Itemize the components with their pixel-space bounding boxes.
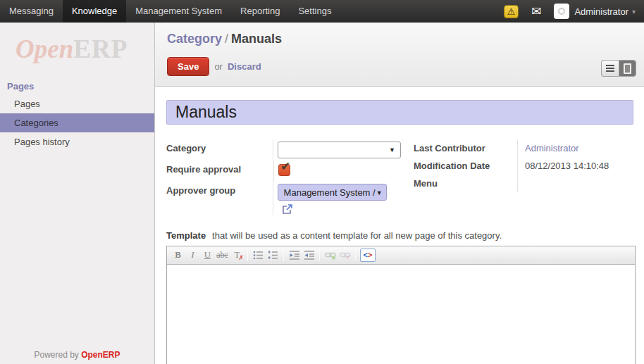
last-contributor-value[interactable]: Administrator	[525, 143, 579, 153]
approver-group-label: Approver group	[166, 182, 273, 215]
menu-reporting[interactable]: Reporting	[231, 0, 289, 23]
logo-erp-text: ERP	[73, 34, 128, 63]
camera-icon	[558, 8, 565, 15]
list-view-button[interactable]	[601, 60, 619, 77]
sidebar: OpenERP Pages Pages Categories Pages his…	[0, 23, 155, 364]
breadcrumb-separator: /	[222, 32, 231, 46]
field-row-last-contributor: Last Contributor Administrator	[414, 139, 643, 157]
require-approval-label: Require approval	[166, 161, 274, 182]
sidebar-item-categories[interactable]: Categories	[0, 113, 154, 132]
toolbar-separator	[319, 249, 320, 261]
form-body: Category ▼ Require approval ✔	[155, 87, 644, 364]
powered-by: Powered by OpenERP	[0, 350, 154, 360]
form-left-column: Category ▼ Require approval ✔	[166, 139, 401, 215]
toolbar-separator	[247, 249, 248, 261]
category-label: Category	[166, 139, 273, 161]
field-row-modification-date: Modification Date 08/12/2013 14:10:48	[414, 157, 643, 175]
underline-button[interactable]: U	[200, 248, 215, 262]
powered-by-brand[interactable]: OpenERP	[81, 350, 120, 360]
numbered-list-icon	[268, 250, 278, 260]
approver-group-value: Management System / ▼	[273, 182, 401, 215]
sidebar-item-pages[interactable]: Pages	[0, 94, 154, 113]
indent-icon	[304, 250, 315, 260]
source-code-button[interactable]: <>	[360, 249, 376, 262]
select-caret-icon: ▼	[376, 189, 383, 196]
breadcrumb: Category/Manuals	[167, 32, 644, 46]
last-contributor-label: Last Contributor	[414, 139, 518, 157]
strikethrough-button[interactable]: abc	[215, 248, 230, 262]
remove-format-button[interactable]: T✗	[230, 248, 244, 262]
top-navigation-bar: Messaging Knowledge Management System Re…	[0, 0, 644, 23]
outdent-button[interactable]	[287, 248, 302, 262]
insert-link-button[interactable]	[323, 248, 338, 262]
or-label: or	[214, 61, 223, 72]
outdent-icon	[289, 250, 300, 260]
bold-button[interactable]: B	[171, 248, 185, 262]
sidebar-item-pages-history[interactable]: Pages history	[0, 132, 154, 151]
italic-button[interactable]: I	[185, 248, 200, 262]
avatar[interactable]	[554, 4, 569, 19]
chevron-down-icon: ▾	[632, 8, 636, 15]
require-approval-checkbox[interactable]: ✔	[278, 164, 290, 176]
menu-label: Menu	[414, 175, 518, 192]
editor-toolbar: B I U abc T✗ <>	[167, 246, 635, 265]
indent-button[interactable]	[302, 248, 316, 262]
menu-messaging[interactable]: Messaging	[0, 0, 63, 23]
toolbar-separator	[283, 249, 284, 261]
menu-value	[518, 175, 525, 192]
template-caption: Templatethat will be used as a content t…	[166, 230, 644, 241]
sidebar-section-pages: Pages	[7, 81, 154, 92]
warning-icon[interactable]: ⚠	[504, 5, 519, 18]
breadcrumb-current: Manuals	[231, 32, 282, 46]
menu-knowledge[interactable]: Knowledge	[63, 0, 126, 23]
content-header: Category/Manuals Save or Discard	[155, 23, 644, 87]
logo-open-text: Open	[16, 34, 73, 63]
approver-group-selected: Management System /	[284, 187, 376, 198]
modification-date-value: 08/12/2013 14:10:48	[518, 157, 609, 175]
openerp-logo: OpenERP	[16, 34, 154, 64]
approver-group-select[interactable]: Management System / ▼	[278, 184, 387, 201]
category-select[interactable]: ▼	[278, 142, 401, 158]
view-switcher	[601, 60, 636, 77]
category-value: ▼	[273, 139, 401, 161]
form-actions: Save or Discard	[167, 57, 644, 76]
select-caret-icon: ▼	[389, 146, 395, 153]
template-help: that will be used as a content template …	[212, 230, 502, 241]
form-view-button[interactable]	[619, 60, 636, 77]
mail-icon[interactable]: ✉	[531, 4, 541, 19]
powered-by-text: Powered by	[34, 350, 78, 360]
save-button[interactable]: Save	[167, 57, 209, 76]
source-gt-glyph: >	[368, 251, 372, 259]
category-name-input[interactable]	[166, 100, 633, 125]
app-window: Messaging Knowledge Management System Re…	[0, 0, 644, 364]
main-content: Category/Manuals Save or Discard Categor…	[155, 23, 644, 364]
external-link-icon[interactable]	[282, 203, 293, 215]
field-row-approver-group: Approver group Management System / ▼	[166, 182, 401, 215]
breadcrumb-category-link[interactable]: Category	[167, 32, 222, 46]
mail-glyph: ✉	[531, 5, 541, 18]
form-fields: Category ▼ Require approval ✔	[166, 139, 644, 215]
toolbar-separator	[355, 249, 356, 261]
link-icon	[325, 251, 336, 260]
field-row-require-approval: Require approval ✔	[166, 161, 401, 182]
editor-content-area[interactable]	[167, 265, 635, 364]
topbar-right-area: ⚠ ✉ Administrator ▾	[504, 0, 644, 23]
discard-link[interactable]: Discard	[228, 61, 261, 72]
user-menu[interactable]: Administrator	[574, 6, 628, 17]
menu-management-system[interactable]: Management System	[126, 0, 231, 23]
numbered-list-button[interactable]	[266, 248, 280, 262]
remove-link-button[interactable]	[338, 248, 352, 262]
list-icon	[606, 65, 614, 72]
bullet-list-button[interactable]	[251, 248, 266, 262]
field-row-category: Category ▼	[166, 139, 401, 161]
form-icon	[624, 63, 631, 74]
bullet-list-icon	[253, 250, 264, 260]
remove-format-x-icon: ✗	[238, 254, 244, 261]
form-right-column: Last Contributor Administrator Modificat…	[414, 139, 643, 215]
modification-date-label: Modification Date	[414, 157, 518, 175]
template-editor: B I U abc T✗ <>	[166, 246, 636, 364]
checkmark-icon: ✔	[280, 159, 290, 174]
template-label: Template	[166, 230, 206, 241]
menu-settings[interactable]: Settings	[289, 0, 340, 23]
unlink-icon	[340, 251, 351, 260]
